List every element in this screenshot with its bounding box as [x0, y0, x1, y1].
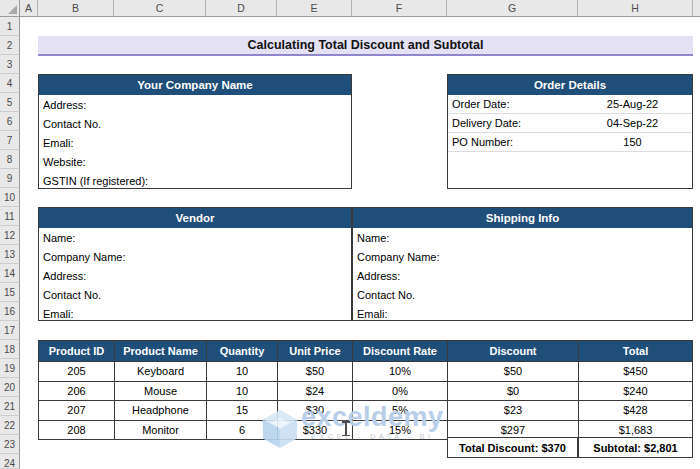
row-header-2[interactable]: 2	[0, 36, 20, 55]
order-date-value[interactable]: 25-Aug-22	[576, 98, 689, 110]
table-cell[interactable]: 10	[207, 382, 278, 401]
table-cell[interactable]: 15%	[353, 421, 448, 440]
table-cell[interactable]: 10%	[353, 362, 448, 381]
row-header-4[interactable]: 4	[0, 74, 20, 93]
row-header-10[interactable]: 10	[0, 188, 20, 207]
vendor-field-company[interactable]: Company Name:	[39, 247, 351, 266]
company-field-website[interactable]: Website:	[39, 152, 351, 171]
shipping-field-email[interactable]: Emali:	[353, 304, 692, 323]
company-field-address[interactable]: Address:	[39, 95, 351, 114]
row-header-23[interactable]: 23	[0, 435, 20, 454]
order-date-label[interactable]: Order Date:	[448, 98, 576, 110]
table-cell[interactable]: $240	[579, 382, 692, 401]
company-header[interactable]: Your Company Name	[39, 75, 351, 95]
po-number-value[interactable]: 150	[576, 136, 689, 148]
header-product-id[interactable]: Product ID	[39, 341, 115, 361]
table-cell[interactable]: 206	[39, 382, 115, 401]
column-header-d[interactable]: D	[206, 0, 277, 16]
header-total[interactable]: Total	[579, 341, 692, 361]
table-cell[interactable]: $24	[278, 382, 353, 401]
sheet-title[interactable]: Calculating Total Discount and Subtotal	[38, 36, 693, 56]
row-header-20[interactable]: 20	[0, 378, 20, 397]
table-cell[interactable]: 208	[39, 421, 115, 440]
text-cursor-icon	[342, 421, 350, 436]
table-cell[interactable]: Monitor	[115, 421, 207, 440]
row-header-21[interactable]: 21	[0, 397, 20, 416]
row-header-12[interactable]: 12	[0, 226, 20, 245]
vendor-box: Vendor Name: Company Name: Address: Cont…	[38, 207, 352, 321]
po-number-label[interactable]: PO Number:	[448, 136, 576, 148]
column-header-f[interactable]: F	[352, 0, 447, 16]
row-header-15[interactable]: 15	[0, 283, 20, 302]
row-header-6[interactable]: 6	[0, 112, 20, 131]
table-row: 206 Mouse 10 $24 0% $0 $240	[39, 381, 692, 401]
row-header-11[interactable]: 11	[0, 207, 20, 226]
row-header-13[interactable]: 13	[0, 245, 20, 264]
company-field-email[interactable]: Emali:	[39, 133, 351, 152]
vendor-header[interactable]: Vendor	[39, 208, 351, 228]
table-cell[interactable]: 6	[207, 421, 278, 440]
table-cell[interactable]: $0	[448, 382, 579, 401]
row-header-16[interactable]: 16	[0, 302, 20, 321]
order-date-row: Order Date: 25-Aug-22	[448, 95, 692, 114]
table-cell[interactable]: 0%	[353, 382, 448, 401]
shipping-field-company[interactable]: Company Name:	[353, 247, 692, 266]
select-all-corner[interactable]	[0, 0, 20, 16]
shipping-field-name[interactable]: Name:	[353, 228, 692, 247]
delivery-date-label[interactable]: Delivery Date:	[448, 117, 576, 129]
row-header-18[interactable]: 18	[0, 340, 20, 359]
shipping-field-address[interactable]: Address:	[353, 266, 692, 285]
vendor-field-contact[interactable]: Contact No.	[39, 285, 351, 304]
header-product-name[interactable]: Product Name	[115, 341, 207, 361]
row-header-5[interactable]: 5	[0, 93, 20, 112]
row-header-7[interactable]: 7	[0, 131, 20, 150]
header-discount-rate[interactable]: Discount Rate	[353, 341, 448, 361]
row-header-1[interactable]: 1	[0, 17, 20, 36]
order-details-box: Order Details Order Date: 25-Aug-22 Deli…	[447, 74, 693, 189]
column-header-a[interactable]: A	[20, 0, 38, 16]
table-cell[interactable]: $50	[278, 362, 353, 381]
column-header-stub	[693, 0, 700, 16]
vendor-field-address[interactable]: Address:	[39, 266, 351, 285]
row-header-8[interactable]: 8	[0, 150, 20, 169]
table-cell[interactable]: 15	[207, 401, 278, 420]
order-details-header[interactable]: Order Details	[448, 75, 692, 95]
shipping-header[interactable]: Shipping Info	[353, 208, 692, 228]
table-cell[interactable]: Keyboard	[115, 362, 207, 381]
row-header-24[interactable]: 24	[0, 454, 20, 469]
table-cell[interactable]: 205	[39, 362, 115, 381]
excel-worksheet: A B C D E F G H 1 2 3 4 5 6 7 8 9 10 11 …	[0, 0, 700, 469]
table-cell[interactable]: Headphone	[115, 401, 207, 420]
header-unit-price[interactable]: Unit Price	[278, 341, 353, 361]
table-cell[interactable]: $50	[448, 362, 579, 381]
row-header-9[interactable]: 9	[0, 169, 20, 188]
table-cell[interactable]: $23	[448, 401, 579, 420]
table-cell[interactable]: $450	[579, 362, 692, 381]
table-cell[interactable]: 207	[39, 401, 115, 420]
column-header-b[interactable]: B	[38, 0, 114, 16]
column-header-g[interactable]: G	[447, 0, 578, 16]
shipping-field-contact[interactable]: Contact No.	[353, 285, 692, 304]
column-header-c[interactable]: C	[114, 0, 206, 16]
row-header-14[interactable]: 14	[0, 264, 20, 283]
column-header-h[interactable]: H	[578, 0, 693, 16]
header-discount[interactable]: Discount	[448, 341, 579, 361]
subtotal-cell[interactable]: Subtotal: $2,801	[578, 437, 693, 458]
header-quantity[interactable]: Quantity	[207, 341, 278, 361]
vendor-field-email[interactable]: Emali:	[39, 304, 351, 323]
table-cell[interactable]: Mouse	[115, 382, 207, 401]
row-header-22[interactable]: 22	[0, 416, 20, 435]
row-header-19[interactable]: 19	[0, 359, 20, 378]
table-cell[interactable]: $428	[579, 401, 692, 420]
company-field-contact[interactable]: Contact No.	[39, 114, 351, 133]
table-cell[interactable]: 10	[207, 362, 278, 381]
table-cell[interactable]: $30	[278, 401, 353, 420]
vendor-field-name[interactable]: Name:	[39, 228, 351, 247]
column-header-e[interactable]: E	[277, 0, 352, 16]
company-field-gstin[interactable]: GSTIN (If registered):	[39, 171, 351, 190]
delivery-date-value[interactable]: 04-Sep-22	[576, 117, 689, 129]
row-header-3[interactable]: 3	[0, 55, 20, 74]
total-discount-cell[interactable]: Total Discount: $370	[447, 437, 578, 458]
table-cell[interactable]: 5%	[353, 401, 448, 420]
row-header-17[interactable]: 17	[0, 321, 20, 340]
